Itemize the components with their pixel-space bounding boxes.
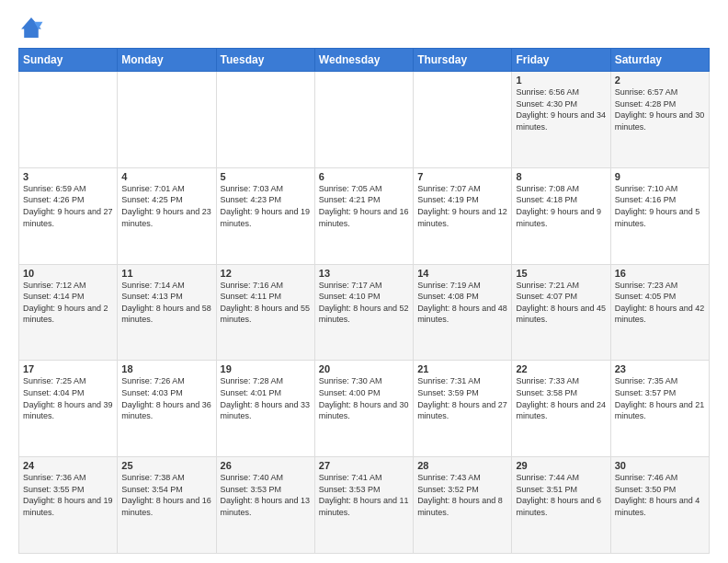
- calendar-cell: [118, 72, 216, 168]
- day-info: Sunrise: 7:05 AM Sunset: 4:21 PM Dayligh…: [319, 183, 409, 229]
- day-number: 10: [23, 268, 113, 279]
- day-number: 6: [319, 171, 409, 182]
- day-number: 18: [121, 363, 211, 374]
- calendar-cell: 4Sunrise: 7:01 AM Sunset: 4:25 PM Daylig…: [118, 167, 216, 264]
- calendar-cell: 24Sunrise: 7:36 AM Sunset: 3:55 PM Dayli…: [19, 457, 118, 554]
- day-info: Sunrise: 7:43 AM Sunset: 3:52 PM Dayligh…: [417, 472, 507, 518]
- logo-icon: [18, 15, 44, 40]
- day-number: 4: [121, 171, 211, 182]
- day-info: Sunrise: 7:38 AM Sunset: 3:54 PM Dayligh…: [121, 472, 211, 518]
- calendar-week-4: 17Sunrise: 7:25 AM Sunset: 4:04 PM Dayli…: [19, 361, 710, 457]
- calendar-header-thursday: Thursday: [414, 49, 512, 72]
- day-number: 7: [417, 171, 507, 182]
- calendar-header-saturday: Saturday: [610, 49, 709, 72]
- calendar-cell: 17Sunrise: 7:25 AM Sunset: 4:04 PM Dayli…: [19, 361, 118, 457]
- calendar-cell: 30Sunrise: 7:46 AM Sunset: 3:50 PM Dayli…: [610, 457, 709, 554]
- day-info: Sunrise: 6:59 AM Sunset: 4:26 PM Dayligh…: [23, 183, 113, 229]
- calendar-cell: 6Sunrise: 7:05 AM Sunset: 4:21 PM Daylig…: [314, 167, 413, 264]
- day-number: 1: [516, 75, 606, 86]
- day-info: Sunrise: 7:31 AM Sunset: 3:59 PM Dayligh…: [417, 375, 507, 421]
- calendar-cell: 15Sunrise: 7:21 AM Sunset: 4:07 PM Dayli…: [512, 264, 610, 361]
- calendar-header-wednesday: Wednesday: [314, 49, 413, 72]
- day-info: Sunrise: 7:01 AM Sunset: 4:25 PM Dayligh…: [121, 183, 211, 229]
- day-number: 3: [23, 171, 113, 182]
- day-info: Sunrise: 7:26 AM Sunset: 4:03 PM Dayligh…: [121, 375, 211, 421]
- calendar-cell: 20Sunrise: 7:30 AM Sunset: 4:00 PM Dayli…: [314, 361, 413, 457]
- calendar-header-sunday: Sunday: [19, 49, 118, 72]
- calendar-header-row: SundayMondayTuesdayWednesdayThursdayFrid…: [19, 49, 710, 72]
- day-number: 16: [615, 268, 705, 279]
- day-number: 28: [417, 460, 507, 471]
- day-number: 2: [615, 75, 705, 86]
- calendar-week-1: 1Sunrise: 6:56 AM Sunset: 4:30 PM Daylig…: [19, 72, 710, 168]
- calendar-cell: 28Sunrise: 7:43 AM Sunset: 3:52 PM Dayli…: [414, 457, 512, 554]
- calendar-cell: 7Sunrise: 7:07 AM Sunset: 4:19 PM Daylig…: [414, 167, 512, 264]
- calendar-cell: 12Sunrise: 7:16 AM Sunset: 4:11 PM Dayli…: [216, 264, 314, 361]
- day-info: Sunrise: 7:23 AM Sunset: 4:05 PM Dayligh…: [615, 280, 705, 326]
- day-info: Sunrise: 7:41 AM Sunset: 3:53 PM Dayligh…: [319, 472, 409, 518]
- day-number: 12: [221, 268, 311, 279]
- day-number: 22: [516, 363, 606, 374]
- calendar-cell: 16Sunrise: 7:23 AM Sunset: 4:05 PM Dayli…: [610, 264, 709, 361]
- calendar-cell: 9Sunrise: 7:10 AM Sunset: 4:16 PM Daylig…: [610, 167, 709, 264]
- day-info: Sunrise: 7:07 AM Sunset: 4:19 PM Dayligh…: [417, 183, 507, 229]
- day-info: Sunrise: 7:30 AM Sunset: 4:00 PM Dayligh…: [319, 375, 409, 421]
- day-number: 21: [417, 363, 507, 374]
- day-info: Sunrise: 7:08 AM Sunset: 4:18 PM Dayligh…: [516, 183, 606, 229]
- day-number: 25: [121, 460, 211, 471]
- calendar-cell: [414, 72, 512, 168]
- day-info: Sunrise: 7:44 AM Sunset: 3:51 PM Dayligh…: [516, 472, 606, 518]
- calendar-cell: 26Sunrise: 7:40 AM Sunset: 3:53 PM Dayli…: [216, 457, 314, 554]
- day-number: 13: [319, 268, 409, 279]
- calendar-cell: 27Sunrise: 7:41 AM Sunset: 3:53 PM Dayli…: [314, 457, 413, 554]
- day-info: Sunrise: 7:46 AM Sunset: 3:50 PM Dayligh…: [615, 472, 705, 518]
- day-info: Sunrise: 7:03 AM Sunset: 4:23 PM Dayligh…: [221, 183, 311, 229]
- logo: [18, 15, 48, 40]
- day-info: Sunrise: 7:21 AM Sunset: 4:07 PM Dayligh…: [516, 280, 606, 326]
- day-info: Sunrise: 7:25 AM Sunset: 4:04 PM Dayligh…: [23, 375, 113, 421]
- day-number: 14: [417, 268, 507, 279]
- calendar-cell: 29Sunrise: 7:44 AM Sunset: 3:51 PM Dayli…: [512, 457, 610, 554]
- calendar-cell: 14Sunrise: 7:19 AM Sunset: 4:08 PM Dayli…: [414, 264, 512, 361]
- calendar-cell: [19, 72, 118, 168]
- calendar-cell: 5Sunrise: 7:03 AM Sunset: 4:23 PM Daylig…: [216, 167, 314, 264]
- calendar-cell: 1Sunrise: 6:56 AM Sunset: 4:30 PM Daylig…: [512, 72, 610, 168]
- calendar-cell: 19Sunrise: 7:28 AM Sunset: 4:01 PM Dayli…: [216, 361, 314, 457]
- calendar-week-3: 10Sunrise: 7:12 AM Sunset: 4:14 PM Dayli…: [19, 264, 710, 361]
- day-info: Sunrise: 7:16 AM Sunset: 4:11 PM Dayligh…: [221, 280, 311, 326]
- day-info: Sunrise: 7:33 AM Sunset: 3:58 PM Dayligh…: [516, 375, 606, 421]
- day-number: 17: [23, 363, 113, 374]
- page: SundayMondayTuesdayWednesdayThursdayFrid…: [0, 0, 728, 563]
- calendar-cell: 11Sunrise: 7:14 AM Sunset: 4:13 PM Dayli…: [118, 264, 216, 361]
- calendar-week-5: 24Sunrise: 7:36 AM Sunset: 3:55 PM Dayli…: [19, 457, 710, 554]
- calendar-cell: 25Sunrise: 7:38 AM Sunset: 3:54 PM Dayli…: [118, 457, 216, 554]
- calendar-header-friday: Friday: [512, 49, 610, 72]
- day-number: 20: [319, 363, 409, 374]
- calendar-cell: [216, 72, 314, 168]
- day-info: Sunrise: 7:36 AM Sunset: 3:55 PM Dayligh…: [23, 472, 113, 518]
- calendar-cell: 22Sunrise: 7:33 AM Sunset: 3:58 PM Dayli…: [512, 361, 610, 457]
- calendar-cell: 23Sunrise: 7:35 AM Sunset: 3:57 PM Dayli…: [610, 361, 709, 457]
- day-number: 11: [121, 268, 211, 279]
- day-number: 9: [615, 171, 705, 182]
- calendar-header-tuesday: Tuesday: [216, 49, 314, 72]
- calendar-cell: 18Sunrise: 7:26 AM Sunset: 4:03 PM Dayli…: [118, 361, 216, 457]
- day-number: 27: [319, 460, 409, 471]
- day-info: Sunrise: 6:57 AM Sunset: 4:28 PM Dayligh…: [615, 86, 705, 132]
- calendar-cell: [314, 72, 413, 168]
- calendar-table: SundayMondayTuesdayWednesdayThursdayFrid…: [18, 48, 710, 554]
- day-info: Sunrise: 7:12 AM Sunset: 4:14 PM Dayligh…: [23, 280, 113, 326]
- header: [18, 15, 710, 40]
- day-info: Sunrise: 7:19 AM Sunset: 4:08 PM Dayligh…: [417, 280, 507, 326]
- calendar-cell: 8Sunrise: 7:08 AM Sunset: 4:18 PM Daylig…: [512, 167, 610, 264]
- calendar-cell: 3Sunrise: 6:59 AM Sunset: 4:26 PM Daylig…: [19, 167, 118, 264]
- day-number: 29: [516, 460, 606, 471]
- calendar-week-2: 3Sunrise: 6:59 AM Sunset: 4:26 PM Daylig…: [19, 167, 710, 264]
- day-number: 8: [516, 171, 606, 182]
- calendar-cell: 2Sunrise: 6:57 AM Sunset: 4:28 PM Daylig…: [610, 72, 709, 168]
- day-info: Sunrise: 7:28 AM Sunset: 4:01 PM Dayligh…: [221, 375, 311, 421]
- day-info: Sunrise: 7:17 AM Sunset: 4:10 PM Dayligh…: [319, 280, 409, 326]
- day-number: 26: [221, 460, 311, 471]
- calendar-cell: 13Sunrise: 7:17 AM Sunset: 4:10 PM Dayli…: [314, 264, 413, 361]
- calendar-header-monday: Monday: [118, 49, 216, 72]
